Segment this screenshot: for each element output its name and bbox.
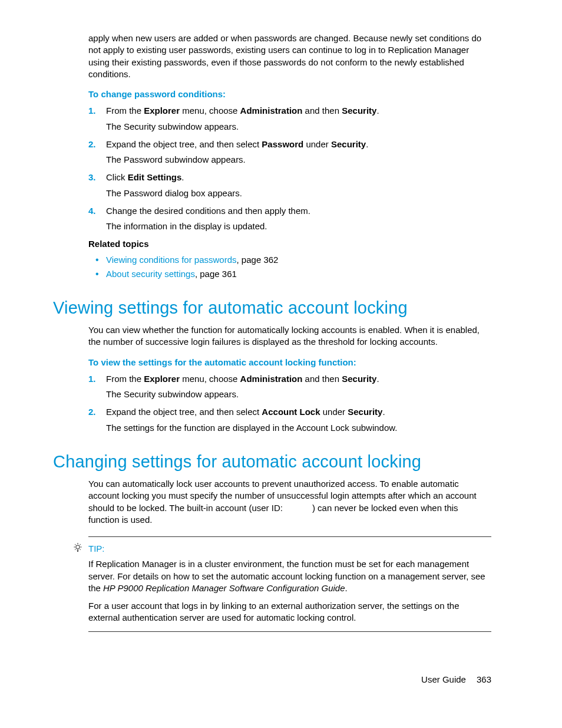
step-4: 4. Change the desired conditions and the… (88, 205, 491, 233)
step-text: Click Edit Settings. (106, 172, 184, 182)
tip-paragraph-1: If Replication Manager is in a cluster e… (88, 558, 491, 594)
changing-section-body: You can automatically lock user accounts… (88, 478, 491, 526)
tip-rule-top (88, 536, 491, 537)
related-topics-list: Viewing conditions for passwords, page 3… (88, 254, 491, 281)
related-topic-item: About security settings, page 361 (88, 268, 491, 280)
step-text: Change the desired conditions and then a… (106, 206, 310, 216)
viewing-steps: 1. From the Explorer menu, choose Admini… (88, 373, 491, 434)
related-topic-suffix: , page 361 (195, 269, 237, 279)
viewing-section-heading: Viewing settings for automatic account l… (53, 297, 491, 319)
tip-rule-bottom (88, 631, 491, 632)
page-number: 363 (477, 674, 491, 684)
viewing-intro: You can view whether the function for au… (88, 324, 491, 348)
step-result: The information in the display is update… (106, 220, 491, 232)
step-text: Expand the object tree, and then select … (106, 407, 385, 417)
step-3: 3. Click Edit Settings. The Password dia… (88, 172, 491, 199)
step-number: 3. (88, 172, 96, 183)
related-topic-link[interactable]: Viewing conditions for passwords (106, 255, 237, 265)
change-password-steps: 1. From the Explorer menu, choose Admini… (88, 105, 491, 232)
tip-doc-ref: HP P9000 Replication Manager Software Co… (103, 583, 345, 593)
step-number: 1. (88, 105, 96, 117)
tip-paragraph-2: For a user account that logs in by linki… (88, 600, 491, 624)
step-number: 1. (88, 373, 96, 385)
step-2: 2. Expand the object tree, and then sele… (88, 406, 491, 434)
changing-intro: You can automatically lock user accounts… (88, 478, 491, 526)
viewing-section-body: You can view whether the function for au… (88, 324, 491, 434)
tip-label: TIP: (88, 543, 105, 554)
footer-label: User Guide (421, 674, 466, 684)
step-2: 2. Expand the object tree, and then sele… (88, 139, 491, 166)
svg-point-0 (76, 545, 80, 549)
viewing-subhead: To view the settings for the automatic a… (88, 357, 491, 368)
changing-section-heading: Changing settings for automatic account … (53, 450, 491, 473)
step-text: Expand the object tree, and then select … (106, 139, 368, 149)
related-topics-heading: Related topics (88, 238, 491, 250)
step-number: 4. (88, 205, 96, 217)
page: apply when new users are added or when p… (0, 0, 562, 632)
step-1: 1. From the Explorer menu, choose Admini… (88, 105, 491, 133)
tip-lightbulb-icon (72, 542, 84, 556)
svg-line-4 (75, 544, 75, 545)
step-number: 2. (88, 139, 96, 150)
intro-block: apply when new users are added or when p… (88, 32, 491, 280)
intro-paragraph: apply when new users are added or when p… (88, 32, 491, 80)
step-1: 1. From the Explorer menu, choose Admini… (88, 373, 491, 401)
step-result: The settings for the function are displa… (106, 422, 491, 434)
svg-line-6 (75, 549, 75, 549)
tip-block: TIP: If Replication Manager is in a clus… (88, 536, 491, 632)
step-text: From the Explorer menu, choose Administr… (106, 374, 379, 384)
related-topic-item: Viewing conditions for passwords, page 3… (88, 254, 491, 266)
step-number: 2. (88, 406, 96, 418)
related-topic-link[interactable]: About security settings (106, 269, 195, 279)
step-text: From the Explorer menu, choose Administr… (106, 106, 379, 116)
svg-line-5 (80, 544, 80, 545)
tip-body: If Replication Manager is in a cluster e… (88, 558, 491, 624)
related-topic-suffix: , page 362 (237, 255, 279, 265)
change-password-heading: To change password conditions: (88, 88, 491, 100)
step-result: The Security subwindow appears. (106, 388, 491, 400)
tip-header: TIP: (88, 543, 491, 555)
svg-line-7 (80, 549, 80, 549)
step-result: The Security subwindow appears. (106, 121, 491, 133)
step-result: The Password subwindow appears. (106, 154, 491, 166)
page-footer: User Guide363 (421, 674, 491, 686)
step-result: The Password dialog box appears. (106, 187, 491, 199)
